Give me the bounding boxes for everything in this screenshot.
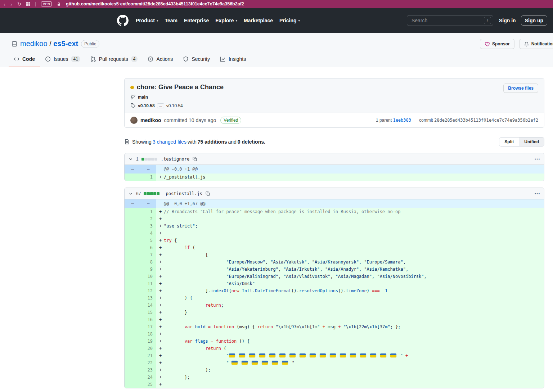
ukraine-flag-emoji — [242, 361, 248, 365]
file-name-link[interactable]: _postinstall.js — [163, 191, 202, 196]
hunk-header-row: ⋯⋯@@ -0,0 +1,67 @@ — [125, 199, 544, 208]
addition-marker: + — [159, 287, 164, 294]
hunk-header-row: ⋯⋯@@ -0,0 +1 @@ — [125, 165, 544, 174]
diff-code-line: + } — [156, 309, 544, 316]
new-line-number: 25 — [140, 381, 156, 388]
browse-files-button[interactable]: Browse files — [503, 84, 538, 93]
browser-forward-icon[interactable]: › — [10, 1, 12, 7]
diffstat-block — [141, 158, 144, 161]
tab-overview-icon[interactable] — [26, 2, 30, 6]
kebab-icon[interactable]: ⋯ — [534, 156, 540, 162]
expand-hunk[interactable]: ⋯ — [125, 165, 140, 174]
tab-insights[interactable]: Insights — [215, 52, 251, 67]
tag-range-expander[interactable]: … — [157, 103, 164, 108]
chevron-down-icon[interactable] — [128, 191, 133, 196]
new-line-number: 10 — [140, 273, 156, 280]
copy-icon[interactable] — [192, 157, 197, 162]
diff-code-line: + ].indexOf(new Intl.DateTimeFormat().re… — [156, 287, 544, 294]
tab-security[interactable]: Security — [178, 52, 215, 67]
avatar[interactable] — [130, 117, 138, 124]
split-view-button[interactable]: Split — [499, 138, 519, 146]
old-line-number — [125, 280, 140, 287]
addition-marker: + — [159, 266, 164, 273]
vpn-badge[interactable]: VPN — [41, 1, 52, 6]
commit-action-text: committed 10 days ago — [164, 117, 216, 123]
nav-item-pricing[interactable]: Pricing▾ — [279, 18, 300, 23]
browser-reload-icon[interactable]: ↻ — [17, 1, 21, 7]
addition-marker: + — [159, 330, 164, 338]
new-line-number: 19 — [140, 338, 156, 345]
changed-files-link[interactable]: 3 changed files — [153, 139, 186, 145]
file-changes-count: 67 — [136, 191, 141, 196]
kebab-icon[interactable]: ⋯ — [534, 190, 540, 197]
nav-item-product[interactable]: Product▾ — [136, 18, 158, 23]
file-name-link[interactable]: .testignore — [161, 157, 189, 162]
github-logo-icon[interactable] — [117, 15, 129, 26]
diff-added-row: 3+"use strict"; — [125, 222, 544, 230]
ukraine-flag-emoji — [279, 353, 286, 357]
github-header: Product▾ Team Enterprise Explore▾ Market… — [0, 8, 553, 33]
repo-owner-link[interactable]: medikoo — [20, 40, 48, 48]
unified-view-button[interactable]: Unified — [519, 138, 544, 146]
nav-item-marketplace[interactable]: Marketplace — [244, 18, 273, 23]
diffstat-block — [150, 192, 153, 195]
tag-link-first[interactable]: v0.10.58 — [138, 103, 155, 108]
new-line-number: 1 — [140, 208, 156, 215]
old-line-number — [125, 323, 140, 330]
new-line-number: 18 — [140, 330, 156, 338]
parent-sha-link[interactable]: 1eeb383 — [393, 118, 411, 123]
expand-hunk[interactable]: ⋯ — [140, 165, 156, 174]
expand-hunk[interactable]: ⋯ — [125, 199, 140, 208]
old-line-number — [125, 302, 140, 309]
breadcrumb: medikoo / es5-ext — [20, 40, 78, 48]
tab-code[interactable]: Code — [9, 52, 40, 67]
sponsor-button[interactable]: Sponsor — [480, 39, 514, 49]
nav-item-team[interactable]: Team — [165, 18, 177, 23]
new-line-number: 14 — [140, 302, 156, 309]
nav-item-enterprise[interactable]: Enterprise — [184, 18, 209, 23]
old-line-number — [125, 208, 140, 215]
chevron-down-icon[interactable] — [128, 157, 133, 162]
commit-author-link[interactable]: medikoo — [140, 117, 161, 123]
new-line-number: 4 — [140, 230, 156, 237]
tab-pull-requests[interactable]: Pull requests 4 — [85, 52, 143, 67]
addition-marker: + — [159, 237, 164, 244]
sign-in-link[interactable]: Sign in — [499, 18, 516, 23]
addition-marker: + — [159, 244, 164, 251]
old-line-number — [125, 309, 140, 316]
tag-link-last[interactable]: v0.10.54 — [166, 103, 183, 108]
url-text[interactable]: github.com/medikoo/es5-ext/commit/28de28… — [66, 1, 244, 6]
graph-icon — [220, 56, 226, 62]
notifications-button[interactable]: Notification — [519, 39, 553, 49]
diff-code-line: + }; — [156, 374, 544, 381]
addition-marker: + — [159, 352, 164, 359]
browser-back-icon[interactable]: ‹ — [4, 1, 5, 7]
commit-title: chore: Give Peace a Chance — [137, 84, 224, 91]
copy-icon[interactable] — [205, 191, 210, 196]
sign-up-button[interactable]: Sign up — [521, 15, 547, 26]
tab-actions[interactable]: Actions — [143, 52, 178, 67]
new-line-number: 7 — [140, 251, 156, 258]
status-dot-icon[interactable] — [130, 86, 134, 89]
file-diff-testignore: 1 .testignore ⋯ ⋯⋯@@ -0,0 +1 @@1+/_posti… — [124, 153, 544, 181]
tab-issues[interactable]: Issues 41 — [40, 52, 85, 67]
addition-marker: + — [159, 222, 164, 230]
old-line-number — [125, 266, 140, 273]
file-header: 67 _postinstall.js ⋯ — [125, 188, 544, 199]
old-line-number — [125, 316, 140, 323]
repo-name-link[interactable]: es5-ext — [53, 40, 78, 48]
diff-added-row: 4+ — [125, 230, 544, 237]
hunk-header-text: @@ -0,0 +1,67 @@ — [156, 199, 544, 208]
ukraine-flag-emoji — [229, 353, 235, 357]
diffstat-block — [145, 158, 148, 161]
verified-badge[interactable]: Verified — [220, 117, 241, 124]
search-input[interactable] — [407, 15, 493, 26]
new-line-number: 22 — [140, 359, 156, 366]
old-line-number — [125, 330, 140, 338]
diffstat-blocks — [144, 192, 159, 195]
branch-link[interactable]: main — [138, 95, 148, 100]
nav-item-explore[interactable]: Explore▾ — [215, 18, 237, 23]
branch-row: main — [130, 94, 538, 100]
ukraine-flag-emoji — [269, 353, 275, 357]
expand-hunk[interactable]: ⋯ — [140, 199, 156, 208]
